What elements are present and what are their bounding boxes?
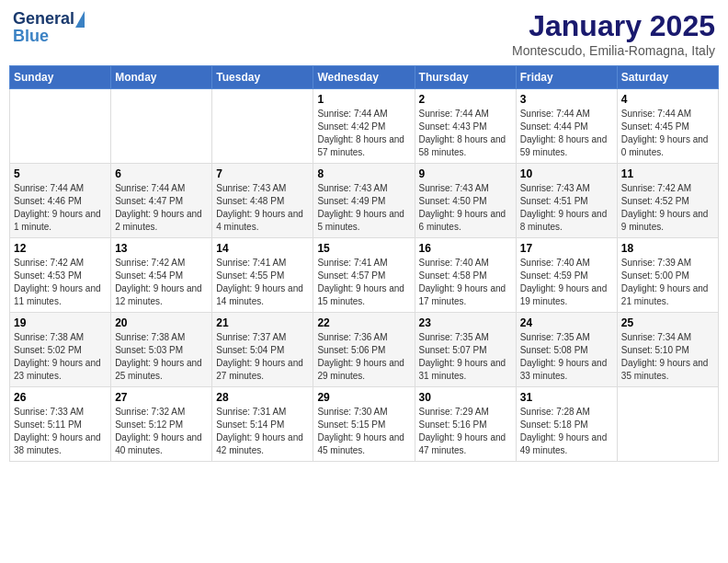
day-info: Sunrise: 7:28 AM Sunset: 5:18 PM Dayligh… xyxy=(520,406,613,457)
calendar-week-row: 5Sunrise: 7:44 AM Sunset: 4:46 PM Daylig… xyxy=(10,164,719,238)
calendar-week-row: 1Sunrise: 7:44 AM Sunset: 4:42 PM Daylig… xyxy=(10,89,719,164)
calendar-day-cell: 11Sunrise: 7:42 AM Sunset: 4:52 PM Dayli… xyxy=(617,164,718,238)
calendar-day-cell: 25Sunrise: 7:34 AM Sunset: 5:10 PM Dayli… xyxy=(617,313,718,387)
calendar-day-cell: 13Sunrise: 7:42 AM Sunset: 4:54 PM Dayli… xyxy=(111,238,212,313)
calendar-day-cell: 8Sunrise: 7:43 AM Sunset: 4:49 PM Daylig… xyxy=(313,164,415,238)
calendar-day-cell: 5Sunrise: 7:44 AM Sunset: 4:46 PM Daylig… xyxy=(10,164,111,238)
day-number: 2 xyxy=(419,93,512,106)
day-number: 8 xyxy=(317,167,410,180)
day-number: 27 xyxy=(115,391,208,404)
logo-triangle-icon xyxy=(75,11,85,28)
calendar-day-cell: 27Sunrise: 7:32 AM Sunset: 5:12 PM Dayli… xyxy=(111,387,212,462)
day-number: 10 xyxy=(520,167,613,180)
weekday-header-monday: Monday xyxy=(111,66,212,89)
calendar-day-cell: 4Sunrise: 7:44 AM Sunset: 4:45 PM Daylig… xyxy=(617,89,718,164)
day-number: 16 xyxy=(419,242,512,255)
day-number: 21 xyxy=(216,316,309,329)
day-number: 13 xyxy=(115,242,208,255)
weekday-header-saturday: Saturday xyxy=(617,66,718,89)
day-number: 17 xyxy=(520,242,613,255)
day-info: Sunrise: 7:44 AM Sunset: 4:44 PM Dayligh… xyxy=(520,108,613,159)
calendar-day-cell: 22Sunrise: 7:36 AM Sunset: 5:06 PM Dayli… xyxy=(313,313,415,387)
weekday-header-row: SundayMondayTuesdayWednesdayThursdayFrid… xyxy=(10,66,719,89)
page-header: General Blue January 2025 Montescudo, Em… xyxy=(9,9,719,58)
day-number: 28 xyxy=(216,391,309,404)
calendar-day-cell: 6Sunrise: 7:44 AM Sunset: 4:47 PM Daylig… xyxy=(111,164,212,238)
calendar-day-cell: 2Sunrise: 7:44 AM Sunset: 4:43 PM Daylig… xyxy=(415,89,516,164)
calendar-day-cell xyxy=(617,387,718,462)
calendar-day-cell: 17Sunrise: 7:40 AM Sunset: 4:59 PM Dayli… xyxy=(516,238,617,313)
day-number: 14 xyxy=(216,242,309,255)
day-number: 26 xyxy=(14,391,107,404)
day-info: Sunrise: 7:44 AM Sunset: 4:45 PM Dayligh… xyxy=(621,108,714,159)
calendar-day-cell: 18Sunrise: 7:39 AM Sunset: 5:00 PM Dayli… xyxy=(617,238,718,313)
day-number: 6 xyxy=(115,167,208,180)
day-info: Sunrise: 7:43 AM Sunset: 4:51 PM Dayligh… xyxy=(520,182,613,234)
calendar-day-cell xyxy=(10,89,111,164)
calendar-day-cell xyxy=(111,89,212,164)
weekday-header-sunday: Sunday xyxy=(10,66,111,89)
day-info: Sunrise: 7:33 AM Sunset: 5:11 PM Dayligh… xyxy=(14,406,107,457)
location-subtitle: Montescudo, Emilia-Romagna, Italy xyxy=(512,43,715,58)
month-year-title: January 2025 xyxy=(512,9,715,43)
day-info: Sunrise: 7:44 AM Sunset: 4:47 PM Dayligh… xyxy=(115,182,208,234)
calendar-day-cell: 10Sunrise: 7:43 AM Sunset: 4:51 PM Dayli… xyxy=(516,164,617,238)
calendar-day-cell: 28Sunrise: 7:31 AM Sunset: 5:14 PM Dayli… xyxy=(212,387,313,462)
calendar-day-cell: 14Sunrise: 7:41 AM Sunset: 4:55 PM Dayli… xyxy=(212,238,313,313)
day-number: 9 xyxy=(419,167,512,180)
day-info: Sunrise: 7:42 AM Sunset: 4:52 PM Dayligh… xyxy=(621,182,714,234)
day-number: 3 xyxy=(520,93,613,106)
calendar-week-row: 19Sunrise: 7:38 AM Sunset: 5:02 PM Dayli… xyxy=(10,313,719,387)
calendar-day-cell: 1Sunrise: 7:44 AM Sunset: 4:42 PM Daylig… xyxy=(313,89,415,164)
calendar-day-cell: 31Sunrise: 7:28 AM Sunset: 5:18 PM Dayli… xyxy=(516,387,617,462)
logo-blue: Blue xyxy=(13,27,85,46)
day-info: Sunrise: 7:29 AM Sunset: 5:16 PM Dayligh… xyxy=(419,406,512,457)
calendar-body: 1Sunrise: 7:44 AM Sunset: 4:42 PM Daylig… xyxy=(10,89,719,462)
day-info: Sunrise: 7:43 AM Sunset: 4:48 PM Dayligh… xyxy=(216,182,309,234)
day-info: Sunrise: 7:38 AM Sunset: 5:03 PM Dayligh… xyxy=(115,331,208,383)
day-number: 11 xyxy=(621,167,714,180)
day-info: Sunrise: 7:30 AM Sunset: 5:15 PM Dayligh… xyxy=(317,406,410,457)
day-number: 5 xyxy=(14,167,107,180)
calendar-day-cell: 15Sunrise: 7:41 AM Sunset: 4:57 PM Dayli… xyxy=(313,238,415,313)
calendar-header: SundayMondayTuesdayWednesdayThursdayFrid… xyxy=(10,66,719,89)
day-info: Sunrise: 7:44 AM Sunset: 4:43 PM Dayligh… xyxy=(419,108,512,159)
day-number: 29 xyxy=(317,391,410,404)
day-info: Sunrise: 7:41 AM Sunset: 4:57 PM Dayligh… xyxy=(317,257,410,308)
day-number: 24 xyxy=(520,316,613,329)
calendar-day-cell: 19Sunrise: 7:38 AM Sunset: 5:02 PM Dayli… xyxy=(10,313,111,387)
day-info: Sunrise: 7:44 AM Sunset: 4:46 PM Dayligh… xyxy=(14,182,107,234)
day-info: Sunrise: 7:31 AM Sunset: 5:14 PM Dayligh… xyxy=(216,406,309,457)
weekday-header-wednesday: Wednesday xyxy=(313,66,415,89)
day-info: Sunrise: 7:32 AM Sunset: 5:12 PM Dayligh… xyxy=(115,406,208,457)
calendar-week-row: 26Sunrise: 7:33 AM Sunset: 5:11 PM Dayli… xyxy=(10,387,719,462)
day-info: Sunrise: 7:43 AM Sunset: 4:50 PM Dayligh… xyxy=(419,182,512,234)
weekday-header-tuesday: Tuesday xyxy=(212,66,313,89)
day-number: 25 xyxy=(621,316,714,329)
calendar-day-cell: 12Sunrise: 7:42 AM Sunset: 4:53 PM Dayli… xyxy=(10,238,111,313)
day-info: Sunrise: 7:35 AM Sunset: 5:07 PM Dayligh… xyxy=(419,331,512,383)
day-number: 18 xyxy=(621,242,714,255)
day-info: Sunrise: 7:38 AM Sunset: 5:02 PM Dayligh… xyxy=(14,331,107,383)
logo: General Blue xyxy=(13,9,85,46)
weekday-header-friday: Friday xyxy=(516,66,617,89)
calendar-day-cell: 26Sunrise: 7:33 AM Sunset: 5:11 PM Dayli… xyxy=(10,387,111,462)
day-number: 1 xyxy=(317,93,410,106)
calendar-day-cell: 24Sunrise: 7:35 AM Sunset: 5:08 PM Dayli… xyxy=(516,313,617,387)
calendar-day-cell: 21Sunrise: 7:37 AM Sunset: 5:04 PM Dayli… xyxy=(212,313,313,387)
day-number: 20 xyxy=(115,316,208,329)
day-number: 30 xyxy=(419,391,512,404)
day-info: Sunrise: 7:41 AM Sunset: 4:55 PM Dayligh… xyxy=(216,257,309,308)
calendar-day-cell: 16Sunrise: 7:40 AM Sunset: 4:58 PM Dayli… xyxy=(415,238,516,313)
day-info: Sunrise: 7:35 AM Sunset: 5:08 PM Dayligh… xyxy=(520,331,613,383)
title-block: January 2025 Montescudo, Emilia-Romagna,… xyxy=(512,9,715,58)
day-info: Sunrise: 7:44 AM Sunset: 4:42 PM Dayligh… xyxy=(317,108,410,159)
day-number: 22 xyxy=(317,316,410,329)
day-number: 15 xyxy=(317,242,410,255)
calendar-day-cell: 9Sunrise: 7:43 AM Sunset: 4:50 PM Daylig… xyxy=(415,164,516,238)
day-info: Sunrise: 7:34 AM Sunset: 5:10 PM Dayligh… xyxy=(621,331,714,383)
logo-top-row: General xyxy=(13,9,85,29)
calendar-day-cell: 7Sunrise: 7:43 AM Sunset: 4:48 PM Daylig… xyxy=(212,164,313,238)
logo-general: General xyxy=(13,9,74,29)
calendar-day-cell: 3Sunrise: 7:44 AM Sunset: 4:44 PM Daylig… xyxy=(516,89,617,164)
